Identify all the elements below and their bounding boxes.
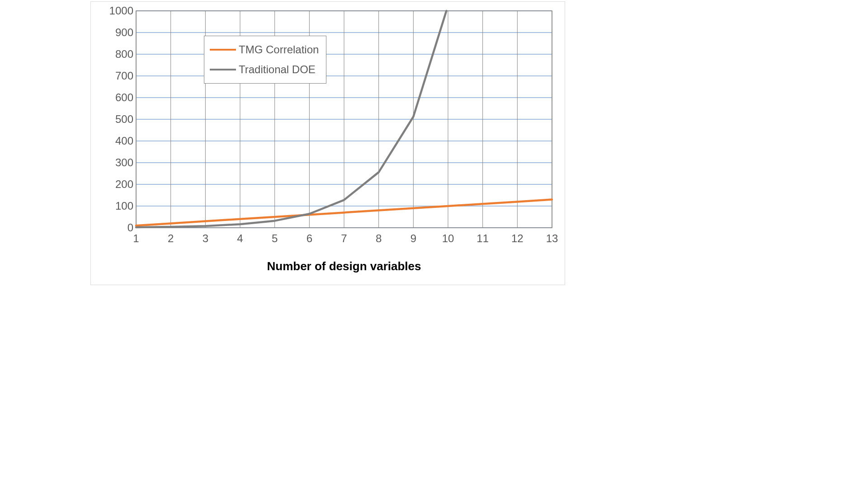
x-tick-label: 1 xyxy=(133,232,139,245)
y-tick-label: 500 xyxy=(115,113,133,126)
legend-label-tmg: TMG Correlation xyxy=(239,43,319,56)
x-tick-label: 4 xyxy=(237,232,243,245)
y-tick-label: 700 xyxy=(115,70,133,82)
y-tick-label: 600 xyxy=(115,91,133,104)
x-tick-label: 12 xyxy=(511,232,524,245)
legend-item-doe: Traditional DOE xyxy=(210,60,319,80)
legend-swatch-doe xyxy=(210,69,236,70)
y-tick-label: 0 xyxy=(127,221,133,234)
legend-swatch-tmg xyxy=(210,49,236,51)
chart-frame: 0100200300400500600700800900100012345678… xyxy=(90,1,565,285)
x-tick-label: 13 xyxy=(546,232,558,245)
x-tick-label: 6 xyxy=(307,232,312,245)
y-tick-label: 800 xyxy=(115,48,133,61)
plot-svg xyxy=(136,11,552,228)
x-axis-title: Number of design variables xyxy=(136,259,552,273)
x-tick-label: 2 xyxy=(168,232,174,245)
y-tick-label: 900 xyxy=(115,26,133,39)
plot-area: 0100200300400500600700800900100012345678… xyxy=(136,11,552,228)
y-tick-label: 100 xyxy=(115,200,133,212)
legend-item-tmg: TMG Correlation xyxy=(210,40,319,60)
y-tick-label: 400 xyxy=(115,135,133,147)
x-tick-label: 3 xyxy=(203,232,208,245)
x-tick-label: 10 xyxy=(442,232,454,245)
legend-label-doe: Traditional DOE xyxy=(239,63,316,76)
x-tick-label: 11 xyxy=(476,232,489,245)
y-tick-label: 1000 xyxy=(109,5,133,17)
x-tick-label: 8 xyxy=(376,232,382,245)
y-tick-label: 300 xyxy=(115,156,133,169)
x-tick-label: 9 xyxy=(410,232,416,245)
legend: TMG Correlation Traditional DOE xyxy=(204,36,326,84)
x-tick-label: 7 xyxy=(341,232,347,245)
x-tick-label: 5 xyxy=(272,232,278,245)
y-tick-label: 200 xyxy=(115,178,133,191)
